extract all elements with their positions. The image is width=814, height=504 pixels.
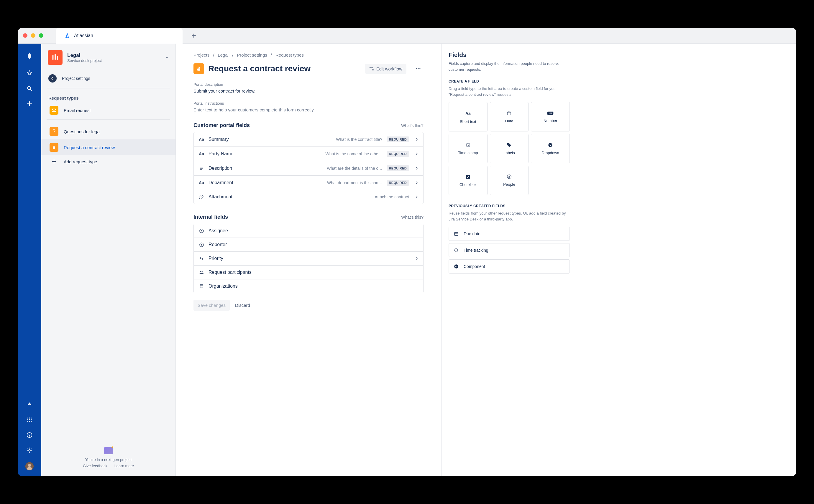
field-type-card[interactable]: Time stamp <box>449 134 488 163</box>
svg-point-22 <box>369 67 370 68</box>
workflow-icon <box>369 66 374 71</box>
save-changes-button[interactable]: Save changes <box>193 300 230 311</box>
svg-point-32 <box>202 271 203 273</box>
page-header: Request a contract review Edit workflow <box>193 63 424 74</box>
content: Projects/ Legal/ Project settings/ Reque… <box>176 44 441 476</box>
field-type-card[interactable]: Dropdown <box>531 134 570 163</box>
field-type-label: Checkbox <box>460 182 477 187</box>
portal-instructions-label: Portal instructions <box>193 101 424 106</box>
user-avatar[interactable] <box>25 462 34 470</box>
jira-logo-icon[interactable] <box>24 51 35 61</box>
maximize-window-button[interactable] <box>39 33 43 38</box>
chevron-down-icon[interactable] <box>165 55 169 60</box>
field-helper: What department is this con… <box>237 180 382 185</box>
chevron-right-icon <box>413 181 419 185</box>
window-controls <box>23 33 43 38</box>
prev-field-item[interactable]: Time tracking <box>449 243 570 257</box>
back-to-project-settings[interactable]: Project settings <box>41 70 175 87</box>
internal-field-row[interactable]: Assignee <box>194 224 423 238</box>
fields-panel: Fields Fields capture and display the in… <box>441 44 577 476</box>
portal-field-row[interactable]: AaSummaryWhat is the contract title?REQU… <box>194 132 423 147</box>
portal-field-row[interactable]: AttachmentAttach the contract <box>194 190 423 204</box>
crumb-projects[interactable]: Projects <box>193 52 209 57</box>
field-type-card[interactable]: AaShort text <box>449 102 488 131</box>
breadcrumb: Projects/ Legal/ Project settings/ Reque… <box>193 52 424 57</box>
field-type-icon <box>198 228 204 233</box>
crumb-request-types[interactable]: Request types <box>275 52 304 57</box>
internal-fields-heading: Internal fields <box>193 214 228 220</box>
star-icon[interactable] <box>26 70 33 77</box>
new-tab-button[interactable] <box>191 33 196 38</box>
search-icon[interactable] <box>26 85 33 92</box>
discard-button[interactable]: Discard <box>235 300 250 311</box>
svg-point-6 <box>31 419 32 420</box>
internal-field-row[interactable]: Organizations <box>194 279 423 293</box>
project-type-label: Service desk project <box>67 58 160 63</box>
close-window-button[interactable] <box>23 33 27 38</box>
project-header[interactable]: Legal Service desk project <box>41 44 175 70</box>
field-type-card[interactable]: Checkbox <box>449 166 488 195</box>
svg-point-3 <box>31 418 32 419</box>
svg-text:?: ? <box>28 433 30 437</box>
give-feedback-link[interactable]: Give feedback <box>83 464 107 468</box>
svg-text:123: 123 <box>549 112 552 114</box>
divider <box>47 119 170 120</box>
field-type-card[interactable]: People <box>490 166 529 195</box>
field-type-icon <box>548 142 553 148</box>
add-request-type-button[interactable]: Add request type <box>41 155 175 168</box>
field-type-icon <box>198 166 204 171</box>
field-type-icon <box>454 248 460 253</box>
create-icon[interactable] <box>26 100 33 107</box>
page-title: Request a contract review <box>208 64 310 73</box>
app-switcher-icon[interactable] <box>26 416 33 423</box>
help-icon[interactable]: ? <box>26 431 33 439</box>
chevron-right-icon <box>413 195 419 199</box>
svg-point-8 <box>29 421 30 422</box>
required-badge: REQUIRED <box>386 180 409 186</box>
svg-point-38 <box>508 144 509 144</box>
mail-icon <box>50 106 58 115</box>
field-name: Description <box>208 166 232 171</box>
crumb-project-settings[interactable]: Project settings <box>237 52 267 57</box>
portal-instructions-placeholder[interactable]: Enter text to help your customers comple… <box>193 107 424 112</box>
prev-field-item[interactable]: Component <box>449 259 570 274</box>
field-name: Assignee <box>208 228 228 233</box>
portal-field-row[interactable]: AaDepartmentWhat department is this con…… <box>194 176 423 190</box>
field-type-card[interactable]: 123Number <box>531 102 570 131</box>
field-type-icon <box>198 270 204 275</box>
field-type-icon <box>466 174 471 179</box>
sidebar-item-email-request[interactable]: Email request <box>41 102 175 118</box>
internal-field-row[interactable]: Request participants <box>194 266 423 279</box>
svg-point-2 <box>29 418 30 419</box>
crumb-legal[interactable]: Legal <box>218 52 228 57</box>
more-actions-button[interactable] <box>413 64 424 73</box>
settings-gear-icon[interactable] <box>26 447 33 454</box>
field-type-label: Time stamp <box>458 151 478 155</box>
whats-this-link[interactable]: What's this? <box>401 123 424 128</box>
field-type-card[interactable]: Labels <box>490 134 529 163</box>
sidebar-item-request-contract-review[interactable]: Request a contract review <box>41 139 175 155</box>
sidebar-item-questions-for-legal[interactable]: ? Questions for legal <box>41 123 175 139</box>
field-helper: Attach the contract <box>236 195 409 199</box>
svg-point-4 <box>27 419 28 420</box>
field-type-icon <box>198 242 204 247</box>
learn-more-link[interactable]: Learn more <box>114 464 134 468</box>
field-name: Attachment <box>208 194 232 200</box>
field-type-icon <box>507 174 512 179</box>
browser-tab[interactable]: Atlassian <box>56 28 182 44</box>
portal-field-row[interactable]: DescriptionWhat are the details of the c… <box>194 161 423 176</box>
project-name: Legal <box>67 52 160 58</box>
internal-field-row[interactable]: Priority <box>194 252 423 266</box>
portal-description-value[interactable]: Submit your contract for review. <box>193 88 424 93</box>
svg-point-1 <box>27 418 28 419</box>
prev-field-item[interactable]: Due date <box>449 227 570 241</box>
notifications-icon[interactable] <box>26 401 33 408</box>
portal-field-row[interactable]: AaParty NameWhat is the name of the othe… <box>194 147 423 161</box>
internal-field-row[interactable]: Reporter <box>194 238 423 252</box>
edit-workflow-button[interactable]: Edit workflow <box>365 64 406 74</box>
field-type-card[interactable]: Date <box>490 102 529 131</box>
svg-rect-21 <box>197 68 200 71</box>
minimize-window-button[interactable] <box>31 33 35 38</box>
whats-this-link[interactable]: What's this? <box>401 215 424 220</box>
sidebar-item-label: Email request <box>64 108 91 113</box>
